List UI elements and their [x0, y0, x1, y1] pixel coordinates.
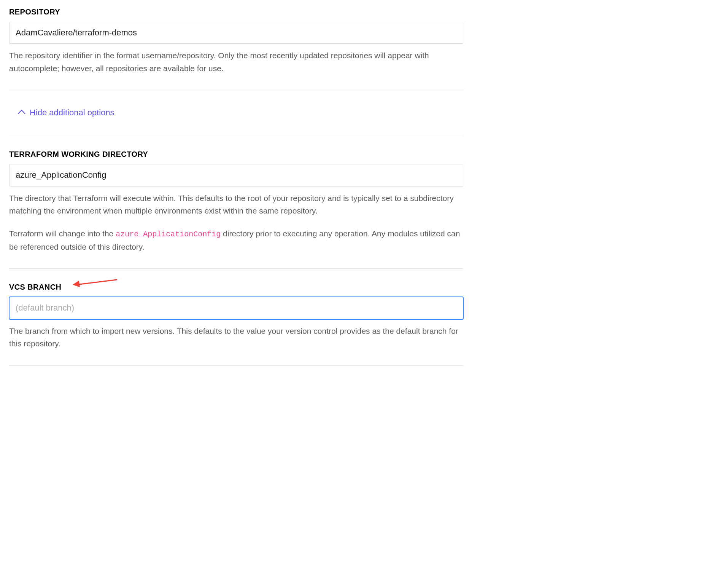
divider [9, 365, 463, 366]
vcs-branch-input[interactable] [9, 297, 463, 319]
vcs-branch-label: VCS BRANCH [9, 283, 61, 292]
hide-additional-options-toggle[interactable]: Hide additional options [20, 108, 114, 118]
working-directory-input[interactable] [9, 164, 463, 186]
repository-input[interactable] [9, 22, 463, 44]
annotation-arrow-icon [73, 279, 118, 288]
repository-help: The repository identifier in the format … [9, 49, 463, 75]
working-directory-help-1: The directory that Terraform will execut… [9, 192, 463, 217]
divider [9, 268, 463, 269]
vcs-branch-help: The branch from which to import new vers… [9, 325, 463, 350]
working-directory-code: azure_ApplicationConfig [116, 230, 221, 239]
working-directory-help-2: Terraform will change into the azure_App… [9, 227, 463, 253]
divider [9, 90, 463, 90]
toggle-label: Hide additional options [30, 108, 114, 118]
divider [9, 136, 463, 136]
repository-label: REPOSITORY [9, 8, 463, 16]
chevron-up-icon [18, 110, 25, 118]
working-directory-label: TERRAFORM WORKING DIRECTORY [9, 150, 463, 159]
